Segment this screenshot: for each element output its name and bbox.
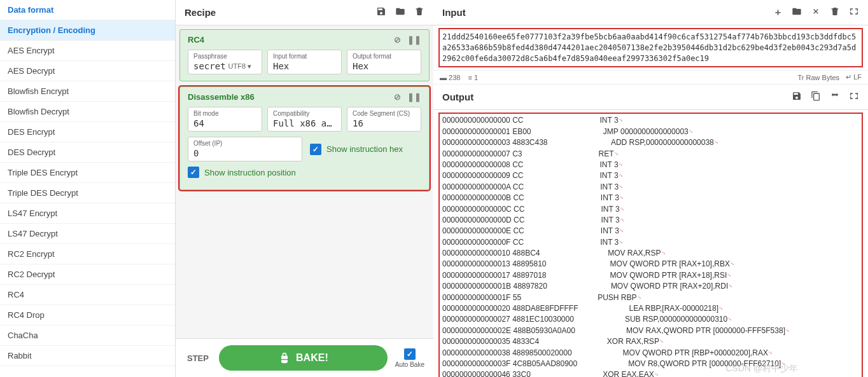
disasm-line: 0000000000000017 48897018 MOV QWORD PTR …: [442, 270, 859, 281]
disasm-line: 000000000000000B CC INT 3␍: [442, 193, 859, 203]
disasm-line: 000000000000001B 48897820 MOV QWORD PTR …: [442, 281, 859, 292]
arg-output-format[interactable]: Output formatHex: [347, 50, 421, 74]
disasm-line: 0000000000000007 C3 RET␍: [442, 149, 859, 160]
disasm-line: 0000000000000027 4881EC10030000 SUB RSP,…: [442, 314, 859, 325]
recipe-panel: Recipe RC4⊘❚❚PassphrasesecretUTF8 ▾Input…: [176, 0, 433, 377]
disasm-line: 000000000000000F CC INT 3␍: [442, 237, 859, 248]
disasm-line: 0000000000000001 EB00 JMP 00000000000000…: [442, 127, 859, 137]
op-rc4-drop[interactable]: RC4 Drop: [0, 305, 175, 326]
disasm-line: 000000000000003F 4C8B05AAD80900 MOV R8,Q…: [442, 359, 859, 369]
clear-input-icon[interactable]: [830, 6, 840, 18]
check-show-instruction-hex[interactable]: ✓Show instruction hex: [307, 137, 421, 161]
arg-code-segment-cs-[interactable]: Code Segment (CS)16: [347, 107, 421, 132]
replace-input-icon[interactable]: [830, 91, 840, 103]
op-rc4[interactable]: RC4: [0, 285, 175, 305]
open-folder-icon[interactable]: [792, 6, 802, 18]
op-rc2-decrypt[interactable]: RC2 Decrypt: [0, 264, 175, 285]
disasm-line: 0000000000000010 488BC4 MOV RAX,RSP␍: [442, 248, 859, 259]
op-aes-decrypt[interactable]: AES Decrypt: [0, 61, 175, 81]
op-triple-des-decrypt[interactable]: Triple DES Decrypt: [0, 183, 175, 203]
save-output-icon[interactable]: [792, 91, 802, 103]
output-text[interactable]: 0000000000000000 CC INT 3␍00000000000000…: [438, 113, 863, 377]
step-button[interactable]: STEP: [185, 348, 211, 368]
bake-button[interactable]: BAKE!: [219, 345, 388, 371]
op-des-decrypt[interactable]: DES Decrypt: [0, 142, 175, 163]
disasm-line: 000000000000000E CC INT 3␍: [442, 226, 859, 236]
disasm-line: 0000000000000046 33C0 XOR EAX,EAX␍: [442, 369, 859, 377]
disasm-line: 0000000000000013 48895810 MOV QWORD PTR …: [442, 259, 859, 270]
pause-op-icon[interactable]: ❚❚: [407, 92, 421, 102]
op-triple-des-encrypt[interactable]: Triple DES Encrypt: [0, 163, 175, 183]
op-aes-encrypt[interactable]: AES Encrypt: [0, 41, 175, 61]
op-chacha[interactable]: ChaCha: [0, 326, 175, 346]
op-ls47-decrypt[interactable]: LS47 Decrypt: [0, 224, 175, 244]
arg-bit-mode[interactable]: Bit mode64: [188, 107, 262, 132]
arg-offset-ip-[interactable]: Offset (IP)0: [188, 137, 302, 161]
disasm-line: 000000000000000A CC INT 3␍: [442, 182, 859, 193]
arg-input-format[interactable]: Input formatHex: [267, 50, 342, 74]
disable-op-icon[interactable]: ⊘: [394, 35, 401, 45]
op-rc2-encrypt[interactable]: RC2 Encrypt: [0, 244, 175, 264]
recipe-op-disassemble-x86: Disassemble x86⊘❚❚Bit mode64Compatibilit…: [179, 86, 430, 190]
disasm-line: 000000000000001F 55 PUSH RBP␍: [442, 292, 859, 303]
disasm-line: 0000000000000000 CC INT 3␍: [442, 115, 859, 126]
save-icon[interactable]: [376, 6, 386, 18]
maximize-icon[interactable]: [849, 91, 859, 103]
category-data-format[interactable]: Data format: [0, 0, 175, 20]
input-text[interactable]: 21ddd2540160ee65fe0777103f2a39fbe5bcb6aa…: [438, 28, 863, 67]
op-blowfish-encrypt[interactable]: Blowfish Encrypt: [0, 81, 175, 102]
check-show-instruction-position[interactable]: ✓Show instruction position: [180, 161, 429, 183]
folder-icon[interactable]: [395, 6, 405, 18]
arg-passphrase[interactable]: PassphrasesecretUTF8 ▾: [188, 50, 262, 74]
input-title: Input: [442, 7, 466, 18]
add-tab-icon[interactable]: ＋: [773, 6, 783, 18]
pause-op-icon[interactable]: ❚❚: [407, 35, 421, 45]
disasm-line: 0000000000000038 48898500020000 MOV QWOR…: [442, 348, 859, 359]
op-ls47-encrypt[interactable]: LS47 Encrypt: [0, 203, 175, 224]
disasm-line: 0000000000000020 488DA8E8FDFFFF LEA RBP,…: [442, 303, 859, 314]
trash-icon[interactable]: [414, 6, 424, 18]
disasm-line: 000000000000000C CC INT 3␍: [442, 204, 859, 215]
input-status-bar: ▬ 238 ≡ 1 Tr Raw Bytes ↵ LF: [433, 70, 868, 85]
open-file-icon[interactable]: [811, 6, 821, 18]
disasm-line: 0000000000000035 4833C4 XOR RAX,RSP␍: [442, 336, 859, 347]
arg-compatibility[interactable]: CompatibilityFull x86 architec...: [267, 107, 342, 132]
disable-op-icon[interactable]: ⊘: [394, 92, 401, 102]
output-title: Output: [442, 92, 473, 102]
operations-sidebar: Data formatEncryption / Encoding AES Enc…: [0, 0, 176, 377]
copy-output-icon[interactable]: [811, 91, 821, 103]
op-rabbit[interactable]: Rabbit: [0, 346, 175, 366]
recipe-op-rc4: RC4⊘❚❚PassphrasesecretUTF8 ▾Input format…: [179, 29, 430, 81]
op-blowfish-decrypt[interactable]: Blowfish Decrypt: [0, 102, 175, 122]
disasm-line: 000000000000000D CC INT 3␍: [442, 215, 859, 226]
disasm-line: 0000000000000003 4883C438 ADD RSP,000000…: [442, 137, 859, 148]
disasm-line: 000000000000002E 488B05930A0A00 MOV RAX,…: [442, 326, 859, 336]
recipe-title: Recipe: [185, 7, 216, 18]
category-encryption-encoding[interactable]: Encryption / Encoding: [0, 20, 175, 41]
op-des-encrypt[interactable]: DES Encrypt: [0, 122, 175, 142]
auto-bake-toggle[interactable]: ✓ Auto Bake: [395, 348, 424, 368]
reset-icon[interactable]: [849, 6, 859, 18]
disasm-line: 0000000000000008 CC INT 3␍: [442, 160, 859, 170]
disasm-line: 0000000000000009 CC INT 3␍: [442, 170, 859, 181]
